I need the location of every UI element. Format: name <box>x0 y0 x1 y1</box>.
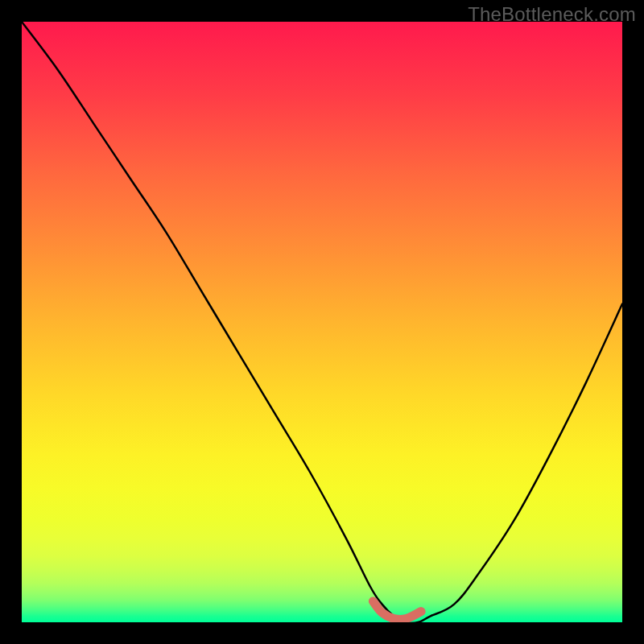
chart-svg <box>22 22 622 622</box>
accent-segment <box>373 601 421 620</box>
bottleneck-curve <box>22 22 622 622</box>
watermark-text: TheBottleneck.com <box>468 3 636 26</box>
chart-frame: TheBottleneck.com <box>0 0 644 644</box>
